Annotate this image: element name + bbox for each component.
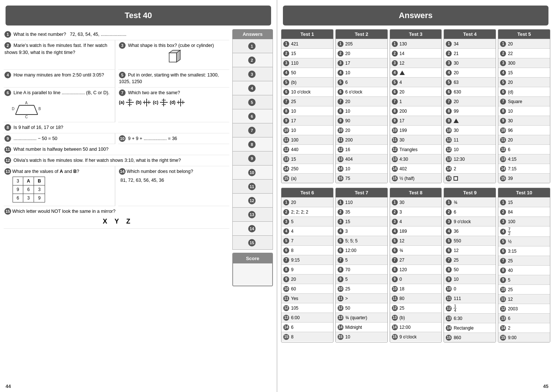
table-row: 563	[444, 77, 496, 87]
table-row: 115	[498, 197, 550, 207]
table-row: 315	[336, 217, 387, 226]
question-6-7-row: 6 Line A is parallel to line ...........…	[4, 88, 229, 122]
table-header: Test 6	[281, 188, 333, 197]
answer-box-3: 3	[232, 67, 273, 81]
answer-box-7: 7	[232, 123, 273, 137]
table-header: Test 8	[390, 188, 442, 197]
answers-header-label: Answers	[232, 29, 273, 39]
table-row: 472	[498, 226, 550, 236]
cube-icon	[164, 49, 184, 68]
table-row: 420	[444, 68, 496, 77]
table-row: 5550	[444, 236, 496, 245]
table-row: 917	[390, 116, 442, 125]
answer-table-test-6: Test 612022; 2; 2; 23544576879:158992010…	[281, 188, 334, 342]
cross-c-icon	[159, 98, 168, 107]
table-header: Test 10	[498, 188, 550, 197]
table-row: 620	[390, 87, 442, 96]
table-row: 120	[498, 39, 550, 48]
answer-box-13: 13	[232, 208, 273, 222]
question-2-3-row: 2 Marie's watch is five minutes fast. If…	[4, 40, 229, 70]
table-row: 8200	[390, 106, 442, 116]
question-8: 8 Is 9 half of 16, 17 or 18?	[4, 122, 229, 133]
right-page: Answers Test 1142121531104505(b)610 o'cl…	[277, 0, 554, 392]
table-row: 436	[444, 226, 496, 236]
table-row: 235	[336, 207, 387, 217]
table-row: 15(a)	[281, 173, 333, 183]
table-row: 1225	[390, 303, 442, 313]
table-row: 312	[390, 58, 442, 68]
table-row: 1250	[336, 303, 387, 313]
table-row: 136	[498, 313, 550, 323]
answer-table-test-10: Test 1011528431004725½63:157258409510251…	[498, 188, 550, 342]
table-row: 1110	[336, 197, 387, 207]
question-7: 7 Which two are the same? (a)	[118, 88, 229, 122]
table-row: 1180	[390, 293, 442, 303]
table-row: 5(b)	[281, 77, 333, 87]
table-row: 142	[498, 323, 550, 333]
table-row: 23	[390, 207, 442, 217]
svg-line-5	[16, 105, 19, 115]
table-row: 4	[390, 68, 442, 77]
table-row: 1216	[336, 144, 387, 154]
page-number-left: 44	[6, 384, 11, 389]
table-row: 142	[444, 164, 496, 173]
table-row: 120	[281, 197, 333, 207]
table-row: 725	[281, 96, 333, 106]
question-4: 4 How many minutes are from 2:50 until 3…	[4, 70, 115, 88]
table-row: 56	[336, 77, 387, 87]
table-row: 1205	[336, 39, 387, 48]
left-title: Test 40	[6, 6, 271, 25]
table-row: 14Rectangle	[444, 323, 496, 333]
table-row: 34	[390, 217, 442, 226]
table-row: 89	[281, 265, 333, 274]
svg-text:D: D	[12, 107, 14, 111]
table-row: 1010	[281, 125, 333, 135]
score-label: Score	[233, 253, 272, 263]
table-row: 159:00	[498, 333, 550, 342]
table-row: 11Yes	[281, 293, 333, 303]
table-row: 220	[336, 48, 387, 58]
table-row: 1020	[336, 125, 387, 135]
right-content: Test 1142121531104505(b)610 o'clock72581…	[277, 29, 554, 351]
answer-box-9: 9	[232, 151, 273, 166]
table-row: 134:15	[498, 154, 550, 164]
table-row: 54	[390, 77, 442, 87]
table-row: 15	[444, 173, 496, 183]
table-row: 1120	[498, 135, 550, 144]
answers-bottom-row: Test 612022; 2; 2; 23544576879:158992010…	[281, 188, 550, 342]
table-row: 7Square	[498, 96, 550, 106]
table-row: 12105	[281, 303, 333, 313]
table-row: 13404	[336, 154, 387, 164]
answer-box-10: 10	[232, 166, 273, 180]
table-row: 95	[498, 275, 550, 284]
answer-box-12: 12	[232, 194, 273, 208]
table-row: 4189	[390, 226, 442, 236]
table-row: 13¾ (quarter)	[336, 313, 387, 322]
table-row: 1¾	[444, 197, 496, 207]
table-row: 3100	[498, 217, 550, 226]
question-11: 11 What number is halfway between 50 and…	[4, 144, 229, 155]
question-2: 2 Marie's watch is five minutes fast. If…	[4, 40, 115, 70]
table-row: 147:15	[498, 164, 550, 173]
answer-table-test-4: Test 41342213304205636630720899910301111…	[444, 29, 496, 183]
table-row: 11111	[444, 293, 496, 303]
table-row: 720	[336, 96, 387, 106]
answer-table-test-8: Test 8130233441895126¾727812090101811801…	[390, 188, 442, 342]
table-row: 870	[336, 265, 387, 274]
table-row: 1312:30	[444, 154, 496, 164]
question-12: 12 Olivia's watch is five minutes slow. …	[4, 155, 229, 166]
table-row: 15½ (half)	[390, 173, 442, 183]
question-6: 6 Line A is parallel to line ...........…	[4, 88, 115, 122]
table-row: 215	[281, 48, 333, 58]
table-row: 1210	[444, 144, 496, 154]
table-row: 317	[336, 58, 387, 68]
answer-box-1: 1	[232, 39, 273, 53]
table-row: 284	[498, 207, 550, 217]
table-row: 1025	[498, 284, 550, 294]
table-row: 12Triangles	[390, 144, 442, 154]
table-row: 26	[444, 207, 496, 217]
table-header: Test 5	[498, 30, 550, 39]
table-row: 5½	[498, 236, 550, 246]
score-body	[233, 263, 272, 286]
table-row: 1510	[336, 332, 387, 341]
